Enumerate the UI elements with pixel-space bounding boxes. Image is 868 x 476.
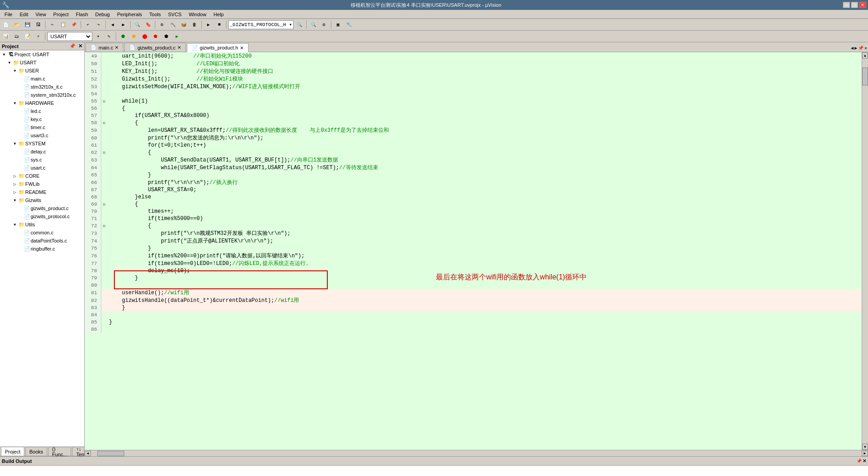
- stop-btn[interactable]: ■: [214, 20, 224, 30]
- target-select[interactable]: USART: [47, 32, 92, 41]
- panel-pin-icon[interactable]: 📌: [69, 43, 76, 49]
- code-line-61[interactable]: 61 for(t=0;t<len;t++): [85, 142, 862, 149]
- nav-fwd-btn[interactable]: ▶: [118, 20, 128, 30]
- tool2-btn[interactable]: 🔧: [344, 20, 354, 30]
- code-line-83[interactable]: 83 }: [85, 304, 862, 311]
- menu-tools[interactable]: Tools: [147, 11, 164, 18]
- tab-pin[interactable]: 📌: [858, 45, 863, 51]
- t2-red-btn[interactable]: ⬤: [140, 31, 149, 41]
- tree-item-hardware[interactable]: ▼ 📁 HARDWARE: [0, 99, 84, 107]
- code-line-65[interactable]: 65 }: [85, 171, 862, 179]
- code-line-62[interactable]: 62⊟ {: [85, 149, 862, 156]
- panel-tab-func[interactable]: () Func...: [48, 447, 72, 456]
- zoom-btn[interactable]: 🔍: [308, 20, 318, 30]
- maximize-button[interactable]: □: [851, 2, 858, 8]
- tab-main-close[interactable]: ✕: [115, 45, 118, 50]
- menu-edit[interactable]: Edit: [17, 11, 31, 18]
- code-line-53[interactable]: 53 gizwitsSetMode(WIFI_AIRLINK_MODE);//W…: [85, 83, 862, 90]
- t2-btn1[interactable]: 📊: [1, 31, 11, 41]
- line-fold-62[interactable]: ⊟: [101, 149, 107, 156]
- code-line-59[interactable]: 59 len=USART_RX_STA&0x3fff;//得到此次接收到的数据长…: [85, 126, 862, 134]
- scroll-up-btn[interactable]: ▲: [862, 52, 868, 58]
- code-line-60[interactable]: 60 printf("\r\n您发送的消息为:\r\n\r\n");: [85, 134, 862, 142]
- redo-btn[interactable]: ↷: [94, 20, 104, 30]
- tree-item-usart3[interactable]: 📄 usart3.c: [0, 131, 84, 139]
- tree-item-key[interactable]: 📄 key.c: [0, 115, 84, 123]
- tree-item-usartc[interactable]: 📄 usart.c: [0, 164, 84, 172]
- code-line-63[interactable]: 63 USART_SendData(USART1, USART_RX_BUF[t…: [85, 156, 862, 164]
- tree-item-utils[interactable]: ▼ 📁 Utils: [0, 220, 84, 229]
- menu-svcs[interactable]: SVCS: [165, 11, 184, 18]
- tree-item-timer[interactable]: 📄 timer.c: [0, 123, 84, 131]
- tree-item-gizwits-product[interactable]: 📄 gizwits_product.c: [0, 204, 84, 212]
- batch-build-btn[interactable]: 📦: [179, 20, 189, 30]
- code-line-72[interactable]: 72⊟ {: [85, 222, 862, 229]
- tree-item-ringbuffer[interactable]: 📄 ringbuffer.c: [0, 245, 84, 253]
- code-line-64[interactable]: 64 while(USART_GetFlagStatus(USART1,USAR…: [85, 164, 862, 171]
- tree-item-project[interactable]: ▼ 🏗 Project: USART: [0, 50, 84, 58]
- menu-flash[interactable]: Flash: [73, 11, 91, 18]
- panel-tab-books[interactable]: Books: [25, 447, 47, 456]
- code-line-82[interactable]: 82 gizwitsHandle((dataPoint_t*)&currentD…: [85, 296, 862, 304]
- t2-red2-btn[interactable]: ⬟: [150, 31, 160, 41]
- panel-close-icon[interactable]: ✕: [78, 43, 82, 49]
- code-container[interactable]: 49 uart_init(9600); //串口初始化为11520050 LED…: [85, 52, 862, 450]
- tab-close-panel[interactable]: ✕: [864, 45, 867, 51]
- settings-btn[interactable]: ⚙: [319, 20, 329, 30]
- build-close-icon[interactable]: ✕: [863, 458, 866, 463]
- copy-btn[interactable]: 📋: [58, 20, 68, 30]
- line-fold-58[interactable]: ⊟: [101, 119, 107, 126]
- close-button[interactable]: ✕: [859, 2, 866, 8]
- scroll-thumb-v[interactable]: [862, 67, 868, 85]
- code-line-85[interactable]: 85}: [85, 319, 862, 326]
- tree-item-datapoint[interactable]: 📄 dataPointTools.c: [0, 237, 84, 245]
- code-line-81[interactable]: 81 userHandle();//wifi用: [85, 289, 862, 296]
- tree-item-gizwits-protocol[interactable]: 📄 gizwits_protocol.c: [0, 212, 84, 220]
- t2-orange-btn[interactable]: ⬟: [129, 31, 139, 41]
- code-line-56[interactable]: 56 {: [85, 105, 862, 112]
- code-line-84[interactable]: 84: [85, 311, 862, 319]
- tree-item-readme[interactable]: ▷ 📁 README: [0, 188, 84, 196]
- tree-item-main[interactable]: 📄 main.c: [0, 75, 84, 83]
- build-all-btn[interactable]: 🔨: [168, 20, 178, 30]
- build-btn[interactable]: ⚙: [157, 20, 167, 30]
- nav-back-btn[interactable]: ◀: [108, 20, 118, 30]
- menu-window[interactable]: Window: [186, 11, 209, 18]
- cut-btn[interactable]: ✂: [47, 20, 57, 30]
- menu-debug[interactable]: Debug: [93, 11, 113, 18]
- t2-btn2[interactable]: 🗂: [12, 31, 22, 41]
- tab-gph-close[interactable]: ✕: [240, 45, 244, 50]
- code-line-49[interactable]: 49 uart_init(9600); //串口初始化为115200: [85, 52, 862, 60]
- scroll-thumb-h[interactable]: [97, 451, 124, 456]
- tree-item-system[interactable]: 📄 system_stm32f10x.c: [0, 91, 84, 99]
- code-line-68[interactable]: 68 }else: [85, 193, 862, 201]
- code-line-77[interactable]: 77 if(times%30==0)LED0=!LED0;//闪烁LED,提示系…: [85, 260, 862, 267]
- code-line-51[interactable]: 51 KEY_Init(); //初始化与按键连接的硬件接口: [85, 67, 862, 75]
- tree-item-led[interactable]: 📄 led.c: [0, 107, 84, 115]
- tree-item-sys[interactable]: 📄 sys.c: [0, 156, 84, 164]
- filter-btn[interactable]: 🔍: [294, 20, 304, 30]
- code-line-58[interactable]: 58⊟ {: [85, 119, 862, 126]
- code-line-55[interactable]: 55⊟ while(1): [85, 98, 862, 105]
- line-fold-69[interactable]: ⊟: [101, 201, 107, 208]
- code-line-80[interactable]: 80: [85, 282, 862, 289]
- open-btn[interactable]: 📂: [12, 20, 22, 30]
- layout-btn[interactable]: ▦: [333, 20, 343, 30]
- tree-item-common[interactable]: 📄 common.c: [0, 229, 84, 237]
- t2-btn4[interactable]: ⚡: [33, 31, 43, 41]
- menu-file[interactable]: File: [2, 11, 15, 18]
- right-scrollbar[interactable]: ▲ ▼: [862, 52, 868, 450]
- code-line-73[interactable]: 73 printf("\r\n戡规STM32开发板 串口实验\r\n");: [85, 229, 862, 237]
- tab-gizwits-product-h[interactable]: 📄 gizwits_product.h ✕: [187, 43, 249, 52]
- panel-tab-project[interactable]: Project: [1, 447, 24, 456]
- tree-item-gizwits[interactable]: ▼ 📁 Gizwits: [0, 196, 84, 204]
- t2-btn8[interactable]: ▶: [172, 31, 182, 41]
- new-btn[interactable]: 📄: [1, 20, 11, 30]
- code-line-79[interactable]: 79 }: [85, 274, 862, 282]
- code-line-50[interactable]: 50 LED_Init(); //LED端口初始化: [85, 60, 862, 67]
- code-line-70[interactable]: 70 times++;: [85, 208, 862, 215]
- code-line-66[interactable]: 66 printf("\r\n\r\n");//插入换行: [85, 179, 862, 186]
- build-pin-icon[interactable]: 📌: [856, 458, 862, 463]
- code-line-78[interactable]: 78 delay_ms(10);: [85, 267, 862, 274]
- paste-btn[interactable]: 📌: [69, 20, 79, 30]
